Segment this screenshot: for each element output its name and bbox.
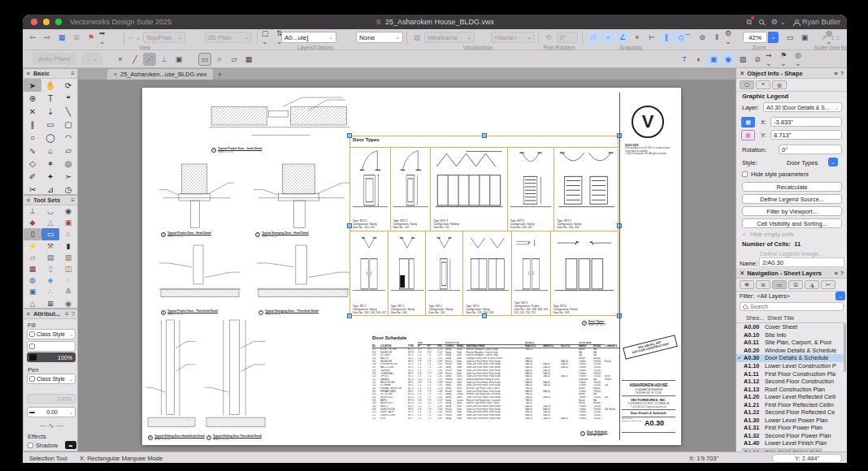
- toolset-camera-tools[interactable]: ◉: [59, 298, 77, 309]
- palette-menu-icon[interactable]: ≡: [71, 197, 75, 204]
- dimension-icon[interactable]: ⊜: [696, 31, 709, 44]
- shadow-checkbox[interactable]: [28, 443, 33, 448]
- door-type-cell[interactable]: Type: EXT-5Configuration: SwingDoor No.:…: [554, 148, 618, 231]
- recalculate-button[interactable]: Recalculate: [742, 182, 842, 192]
- panel-help-icon[interactable]: ?: [840, 270, 844, 277]
- horizontal-scrollbar[interactable]: [741, 448, 822, 451]
- publish-icon[interactable]: ⚑: [85, 31, 98, 44]
- line-style-slider[interactable]: —∿—: [27, 421, 76, 430]
- circle-tool[interactable]: ○: [24, 131, 41, 144]
- door-type-cell[interactable]: Type: EXT-1Configuration: SwingDoor No.:…: [350, 148, 391, 231]
- toolset-grids[interactable]: ⊞: [41, 298, 59, 309]
- tab-saved-views[interactable]: ◮: [805, 280, 819, 289]
- define-legend-source-button[interactable]: Define Legend Source...: [742, 194, 842, 204]
- single-point-mode-icon[interactable]: ╱: [128, 53, 141, 66]
- tab-classes[interactable]: ≣: [756, 280, 770, 289]
- toolset-3d-modeling[interactable]: ⊥: [24, 205, 41, 217]
- pen-opacity-slider[interactable]: 100%: [27, 394, 76, 404]
- toolset-stage[interactable]: ≙: [59, 286, 77, 297]
- detail-figure[interactable]: 8Typical Sliding Door Head/Jamb DetailSc…: [146, 318, 197, 434]
- rotated-rectangle-tool[interactable]: ◇: [24, 157, 41, 170]
- layer-options-icon[interactable]: ▢ ⌄: [262, 31, 275, 44]
- close-tab-icon[interactable]: ×: [114, 71, 117, 77]
- sheet-layer-row[interactable]: ✓A0.30Door Details & Schedule: [736, 354, 844, 362]
- saved-views-icon[interactable]: ▦: [55, 31, 68, 44]
- palette-menu-icon[interactable]: ≡: [71, 70, 75, 77]
- arc-tool[interactable]: ◠: [59, 131, 77, 144]
- contrast-icon[interactable]: ◐: [692, 53, 705, 66]
- sheet-layer-row[interactable]: A1.11First Floor Construction Pla: [736, 369, 844, 378]
- regular-polygon-tool[interactable]: ✶: [41, 157, 59, 170]
- spiral-tool[interactable]: ◎: [59, 157, 77, 170]
- multi-point-mode-icon[interactable]: ⋰: [143, 53, 156, 66]
- toolset-hardscape[interactable]: ◫: [59, 263, 77, 274]
- lasso-marquee-icon[interactable]: ○: [213, 53, 226, 66]
- select-similar-tool[interactable]: ➣: [59, 170, 77, 183]
- panel-help-icon[interactable]: ?: [840, 70, 844, 77]
- search-icon[interactable]: [759, 19, 764, 24]
- layer-dropdown[interactable]: A0.30 [Door Details & S... ⌄: [763, 102, 842, 112]
- tape-measure-icon[interactable]: ⌒: [681, 31, 694, 44]
- rectangle-tool[interactable]: ▭: [41, 118, 59, 131]
- selection-handle[interactable]: [482, 133, 487, 138]
- toolset-cabinet[interactable]: ▥: [59, 252, 77, 263]
- toolset-cloud[interactable]: ∴: [41, 286, 59, 297]
- visualization-dropdown[interactable]: <None>⌄: [491, 32, 535, 43]
- sheet-layer-row[interactable]: A0.11Site Plan, Carport, & Pool: [736, 339, 844, 347]
- detail-figure[interactable]: 6Typical Pocket Door - Threshold DetailS…: [159, 244, 241, 309]
- sheet-layer-row[interactable]: A1.12Second Floor Construction: [736, 378, 844, 386]
- selection-handle[interactable]: [347, 313, 352, 318]
- sheet-layer-row[interactable]: A1.22Second Floor Reflected Ce: [736, 408, 844, 417]
- toolset-rendering[interactable]: ▣: [24, 286, 41, 297]
- auto-plane-button[interactable]: Auto-Plane: [33, 53, 76, 65]
- double-line-tool[interactable]: ∥: [24, 118, 41, 131]
- render-style-icon[interactable]: ▤: [410, 31, 423, 44]
- style-dropdown-button[interactable]: ⌄: [828, 158, 838, 166]
- toolset-column[interactable]: ▮: [59, 240, 77, 252]
- y-input[interactable]: 8.713": [770, 130, 842, 140]
- view-bar-options-icon[interactable]: ◎ ⌄: [826, 31, 839, 44]
- door-type-cell[interactable]: Type: INT-5Configuration: PocketDoor No.…: [512, 231, 551, 316]
- zoom-dropdown-button[interactable]: ⌄: [768, 32, 779, 43]
- sheet-layer-row[interactable]: A0.00Cover Sheet: [736, 323, 844, 331]
- hide-empty-cells-checkbox[interactable]: ✓: [742, 231, 747, 238]
- tab-data[interactable]: ❝: [756, 80, 770, 89]
- cell-grid-icon[interactable]: ▦: [741, 130, 755, 140]
- delete-tool[interactable]: ✕: [24, 105, 41, 118]
- close-window-button[interactable]: [31, 19, 37, 25]
- rounded-rectangle-tool[interactable]: ▢: [59, 118, 77, 131]
- line-thickness-dropdown[interactable]: 0.00⌄: [27, 407, 76, 417]
- sheet-layer-row[interactable]: A1.21First Floor Reflected Ceilin: [736, 400, 844, 408]
- export-icon[interactable]: ➥ ⌄: [99, 31, 112, 44]
- palette-help-icon[interactable]: ?: [72, 310, 75, 318]
- sheet-layer-row[interactable]: A1.13Roof Construction Plan: [736, 385, 844, 393]
- toolset-building[interactable]: ▣: [59, 217, 77, 228]
- callout-tool[interactable]: ❝: [59, 92, 77, 105]
- pause-snapping-icon[interactable]: ‖: [710, 31, 723, 44]
- polygon-tool[interactable]: ▱: [59, 144, 77, 157]
- marquee-settings-icon[interactable]: ▦: [242, 53, 255, 66]
- freehand-tool[interactable]: ∿: [24, 144, 41, 157]
- settings-menu-icon[interactable]: ⚙ ⌄: [771, 18, 786, 26]
- sheet-layer-row[interactable]: A1.10Lower Level Construction P: [736, 362, 844, 370]
- zoom-tool[interactable]: ⊕: [24, 92, 41, 105]
- visibility-icon[interactable]: ◎ ⌄: [795, 53, 808, 66]
- sheet-layer-row[interactable]: A1.40Lower Level Finish Plan: [736, 439, 844, 447]
- sheet-a030[interactable]: Door Types Type: EXT-1Configuration: Swi…: [142, 88, 681, 445]
- selection-tool[interactable]: ➤: [24, 79, 41, 92]
- door-type-cell[interactable]: Type: EXT-4Configuration: SwingDoor No.:…: [508, 148, 555, 231]
- detail-figure[interactable]: 9Typical Sliding Door Threshold DetailSc…: [205, 318, 267, 434]
- text-tool[interactable]: T: [41, 92, 59, 105]
- plan-rotation-field[interactable]: 0°: [557, 32, 578, 43]
- active-layer-dropdown[interactable]: A0...ule]⌄: [281, 32, 336, 43]
- name-input[interactable]: 2/A0.30: [759, 257, 844, 267]
- fill-pattern-dropdown[interactable]: [27, 341, 76, 352]
- search-box[interactable]: [740, 302, 844, 311]
- toolset-detailing[interactable]: ▦: [24, 263, 41, 274]
- close-palette-icon[interactable]: ✕: [26, 311, 31, 318]
- search-input[interactable]: [750, 304, 831, 309]
- cube-3d-icon[interactable]: ▣: [707, 53, 720, 66]
- ellipse-tool[interactable]: ◯: [41, 131, 59, 144]
- toolset-terrain[interactable]: △: [41, 217, 59, 228]
- sheet-layer-row[interactable]: A0.20Window Details & Schedule: [736, 347, 844, 355]
